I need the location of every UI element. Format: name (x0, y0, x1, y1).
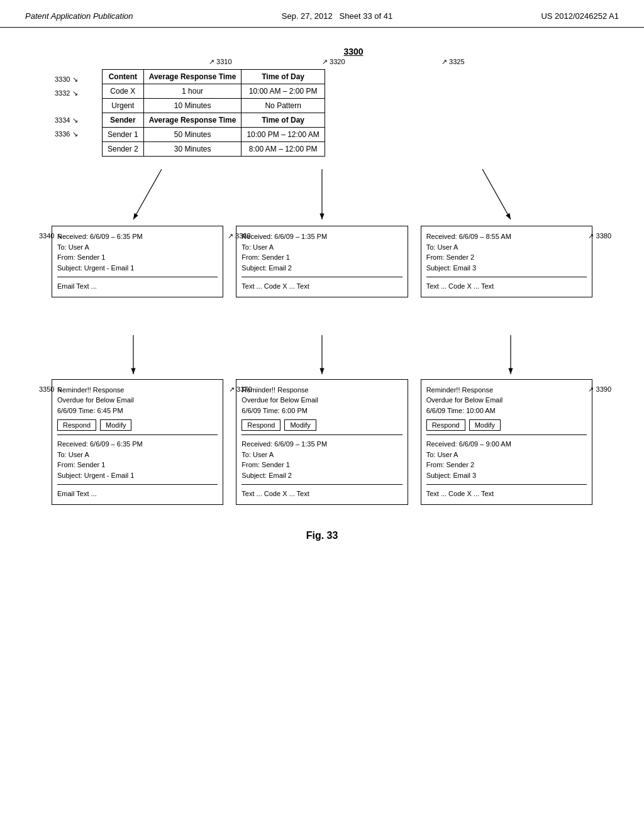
table-section: ↗ 3310 ↗ 3320 ↗ 3325 3330 ↘ 3332 ↘ (52, 69, 592, 157)
email-boxes-row: Received: 6/6/09 – 6:35 PM To: User A Fr… (52, 226, 592, 297)
email-header-3340: Received: 6/6/09 – 6:35 PM To: User A Fr… (57, 231, 218, 273)
respond-button-3350[interactable]: Respond (57, 419, 96, 431)
table-row: Sender Average Response Time Time of Day (103, 113, 325, 128)
email-separator-3380 (426, 277, 587, 277)
reminder-title-3390: Reminder!! Response Overdue for Below Em… (426, 385, 587, 416)
email-separator-3360 (242, 277, 402, 277)
table-cell: Sender 2 (103, 142, 144, 157)
table-cell: Sender (103, 113, 144, 128)
ref-3390: ↗ 3390 (588, 385, 611, 394)
col-ref-3310: ↗ 3310 (209, 58, 232, 66)
reminder-separator-3390 (426, 434, 587, 435)
email-body-3380: Text ... Code X ... Text (426, 281, 587, 292)
table-row: Urgent 10 Minutes No Pattern (103, 99, 325, 113)
table-cell: Sender 1 (103, 128, 144, 142)
email-header-3360: Received: 6/6/09 – 1:35 PM To: User A Fr… (242, 231, 402, 273)
table-row: Sender 1 50 Minutes 10:00 PM – 12:00 AM (103, 128, 325, 142)
page-header: Patent Application Publication Sep. 27, … (0, 0, 644, 28)
col-ref-3320: ↗ 3320 (322, 58, 345, 66)
data-table: Content Average Response Time Time of Da… (102, 69, 325, 157)
ref-3350: 3350 ↘ (39, 385, 62, 394)
reminder-box-3370: Reminder!! Response Overdue for Below Em… (236, 379, 408, 505)
svg-line-3 (482, 169, 511, 219)
svg-line-1 (133, 169, 162, 219)
table-cell: 10:00 PM – 12:00 AM (242, 128, 325, 142)
email-box-3380: Received: 6/6/09 – 8:55 AM To: User A Fr… (421, 226, 592, 297)
arrows-svg-2 (52, 335, 592, 379)
email-box-3340: Received: 6/6/09 – 6:35 PM To: User A Fr… (52, 226, 223, 297)
table-row: Content Average Response Time Time of Da… (103, 70, 325, 84)
header-center: Sep. 27, 2012 Sheet 33 of 41 (282, 11, 392, 21)
email-boxes-section: 3340 ↘ ↗ 3360 ↗ 3380 Received: 6/6/09 – … (52, 226, 592, 297)
reminder-title-3370: Reminder!! Response Overdue for Below Em… (242, 385, 402, 416)
header-right: US 2012/0246252 A1 (541, 11, 619, 21)
table-cell: 1 hour (143, 84, 242, 99)
main-content: 3300 ↗ 3310 ↗ 3320 ↗ 3325 (0, 28, 644, 560)
modify-button-3390[interactable]: Modify (469, 419, 501, 431)
reminder-email-header-3350: Received: 6/6/09 – 6:35 PM To: User A Fr… (57, 439, 218, 480)
table-cell: Code X (103, 84, 144, 99)
table-cell: No Pattern (242, 99, 325, 113)
table-row: Code X 1 hour 10:00 AM – 2:00 PM (103, 84, 325, 99)
row-ref-3332: 3332 ↘ (55, 89, 78, 97)
row-ref-3336: 3336 ↘ (55, 130, 78, 138)
reminder-buttons-3390: Respond Modify (426, 419, 587, 431)
table-cell: 30 Minutes (143, 142, 242, 157)
table-cell: Average Response Time (143, 113, 242, 128)
reminder-email-body-3390: Text ... Code X ... Text (426, 489, 587, 499)
header-left: Patent Application Publication (25, 11, 133, 21)
reminder-box-3350: Reminder!! Response Overdue for Below Em… (52, 379, 223, 505)
table-cell: Time of Day (242, 70, 325, 84)
reminder-email-header-3370: Received: 6/6/09 – 1:35 PM To: User A Fr… (242, 439, 402, 480)
col-ref-3325: ↗ 3325 (441, 58, 465, 66)
table-cell: 10:00 AM – 2:00 PM (242, 84, 325, 99)
ref-3340: 3340 ↘ (39, 232, 62, 240)
modify-button-3350[interactable]: Modify (100, 419, 131, 431)
figure-label: Fig. 33 (52, 530, 592, 541)
reminder-separator-3350 (57, 434, 218, 435)
table-row-area: 3330 ↘ 3332 ↘ 3334 ↘ 3336 ↘ Content Aver… (52, 69, 592, 157)
reminder-separator-3370 (242, 434, 402, 435)
table-cell: 50 Minutes (143, 128, 242, 142)
table-cell: Urgent (103, 99, 144, 113)
table-cell: Average Response Time (143, 70, 242, 84)
table-cell: Time of Day (242, 113, 325, 128)
email-separator-3340 (57, 277, 218, 277)
reminder-email-body-3350: Email Text ... (57, 489, 218, 499)
reminder-email-separator-3370 (242, 484, 402, 485)
table-row: Sender 2 30 Minutes 8:00 AM – 12:00 PM (103, 142, 325, 157)
ref-3360: ↗ 3360 (228, 232, 251, 240)
diagram-title: 3300 (114, 47, 592, 57)
arrows-svg-1 (52, 169, 592, 226)
email-body-3340: Email Text ... (57, 281, 218, 292)
table-outer: 3330 ↘ 3332 ↘ 3334 ↘ 3336 ↘ Content Aver… (102, 69, 325, 157)
row-ref-3334: 3334 ↘ (55, 116, 78, 124)
email-box-3360: Received: 6/6/09 – 1:35 PM To: User A Fr… (236, 226, 408, 297)
table-cell: Content (103, 70, 144, 84)
modify-button-3370[interactable]: Modify (284, 419, 316, 431)
reminder-boxes-section: 3350 ↘ ↗ 3370 ↗ 3390 Reminder!! Response… (52, 379, 592, 505)
ref-3370: ↗ 3370 (229, 385, 252, 394)
reminder-email-body-3370: Text ... Code X ... Text (242, 489, 402, 499)
reminder-buttons-3370: Respond Modify (242, 419, 402, 431)
reminder-email-separator-3390 (426, 484, 587, 485)
ref-3380: ↗ 3380 (588, 232, 611, 240)
reminder-boxes-row: Reminder!! Response Overdue for Below Em… (52, 379, 592, 505)
email-body-3360: Text ... Code X ... Text (242, 281, 402, 292)
table-cell: 10 Minutes (143, 99, 242, 113)
reminder-buttons-3350: Respond Modify (57, 419, 218, 431)
respond-button-3370[interactable]: Respond (242, 419, 280, 431)
reminder-email-header-3390: Received: 6/6/09 – 9:00 AM To: User A Fr… (426, 439, 587, 480)
reminder-email-separator-3350 (57, 484, 218, 485)
row-ref-3330: 3330 ↘ (55, 75, 78, 84)
email-header-3380: Received: 6/6/09 – 8:55 AM To: User A Fr… (426, 231, 587, 273)
respond-button-3390[interactable]: Respond (426, 419, 465, 431)
table-cell: 8:00 AM – 12:00 PM (242, 142, 325, 157)
diagram-container: 3300 ↗ 3310 ↗ 3320 ↗ 3325 (52, 47, 592, 541)
reminder-title-3350: Reminder!! Response Overdue for Below Em… (57, 385, 218, 416)
reminder-box-3390: Reminder!! Response Overdue for Below Em… (421, 379, 592, 505)
